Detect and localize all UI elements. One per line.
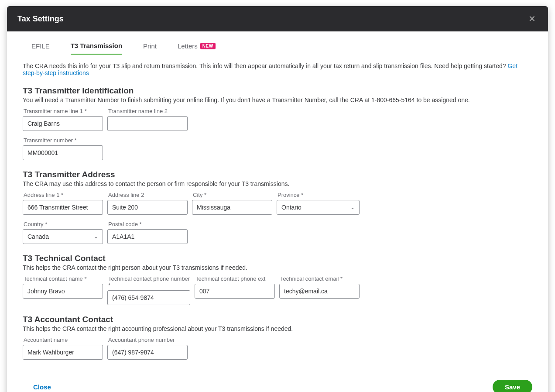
section-subtext: This helps the CRA contact the right acc… <box>23 325 532 332</box>
input-transmitter-name-2[interactable] <box>107 116 188 131</box>
section-title: T3 Transmitter Address <box>23 170 532 179</box>
input-address-line-1[interactable] <box>23 200 103 215</box>
input-city[interactable] <box>192 200 272 215</box>
label-acct-name: Accountant name <box>23 337 103 343</box>
select-province[interactable]: Ontario ⌄ <box>277 200 360 215</box>
tax-settings-modal: Tax Settings ✕ EFILE T3 Transmission Pri… <box>7 6 548 392</box>
label-tech-ext: Technical contact phone ext <box>195 275 275 282</box>
tabs: EFILE T3 Transmission Print Letters NEW <box>23 38 532 55</box>
input-acct-name[interactable] <box>23 345 103 360</box>
label-address-line-1: Address line 1 * <box>23 192 103 198</box>
tab-print[interactable]: Print <box>143 38 157 55</box>
intro-text: The CRA needs this info for your T3 slip… <box>23 62 532 76</box>
field-address-line-1: Address line 1 * <box>23 192 103 215</box>
section-subtext: This helps the CRA contact the right per… <box>23 264 532 271</box>
save-button[interactable]: Save <box>493 380 532 392</box>
section-transmitter-address: T3 Transmitter Address The CRA may use t… <box>23 170 532 244</box>
section-accountant-contact: T3 Accountant Contact This helps the CRA… <box>23 315 532 360</box>
field-transmitter-name-2: Transmitter name line 2 <box>107 108 188 131</box>
input-transmitter-name-1[interactable] <box>23 116 103 131</box>
modal-header: Tax Settings ✕ <box>7 6 548 31</box>
field-tech-ext: Technical contact phone ext <box>195 275 275 305</box>
tab-letters-label: Letters <box>178 42 198 50</box>
input-transmitter-number[interactable] <box>23 145 103 160</box>
field-country: Country * Canada ⌄ <box>23 221 103 244</box>
label-transmitter-name-1: Transmitter name line 1 * <box>23 108 103 114</box>
close-button[interactable]: Close <box>33 383 51 391</box>
section-title: T3 Accountant Contact <box>23 315 532 324</box>
input-tech-ext[interactable] <box>195 284 275 299</box>
field-transmitter-number: Transmitter number * <box>23 137 103 160</box>
label-province: Province * <box>277 192 360 198</box>
label-acct-phone: Accountant phone number <box>107 337 188 343</box>
section-technical-contact: T3 Technical Contact This helps the CRA … <box>23 254 532 305</box>
input-postal-code[interactable] <box>107 229 188 244</box>
modal-footer: Close Save <box>7 369 548 392</box>
tab-t3-transmission[interactable]: T3 Transmission <box>71 38 122 55</box>
input-tech-email[interactable] <box>279 284 360 299</box>
input-acct-phone[interactable] <box>107 345 188 360</box>
field-tech-name: Technical contact name * <box>23 275 103 305</box>
close-icon[interactable]: ✕ <box>527 13 538 25</box>
label-transmitter-name-2: Transmitter name line 2 <box>107 108 188 114</box>
label-tech-name: Technical contact name * <box>23 275 103 282</box>
select-province-value: Ontario <box>281 204 301 211</box>
label-tech-email: Technical contact email * <box>279 275 360 282</box>
input-tech-phone[interactable] <box>107 290 190 305</box>
section-subtext: The CRA may use this address to contact … <box>23 180 532 187</box>
label-tech-phone: Technical contact phone number * <box>107 275 190 289</box>
select-country[interactable]: Canada ⌄ <box>23 229 103 244</box>
section-title: T3 Transmitter Identification <box>23 86 532 96</box>
section-title: T3 Technical Contact <box>23 254 532 263</box>
input-address-line-2[interactable] <box>107 200 188 215</box>
section-transmitter-id: T3 Transmitter Identification You will n… <box>23 86 532 160</box>
chevron-down-icon: ⌄ <box>94 234 98 240</box>
label-address-line-2: Address line 2 <box>107 192 188 198</box>
section-subtext: You will need a Transmitter Number to fi… <box>23 96 532 103</box>
field-acct-phone: Accountant phone number <box>107 337 188 360</box>
field-postal-code: Postal code * <box>107 221 188 244</box>
new-badge: NEW <box>200 43 216 49</box>
field-tech-phone: Technical contact phone number * <box>107 275 190 305</box>
label-postal-code: Postal code * <box>107 221 188 227</box>
field-address-line-2: Address line 2 <box>107 192 188 215</box>
field-tech-email: Technical contact email * <box>279 275 360 305</box>
intro-body: The CRA needs this info for your T3 slip… <box>23 62 506 69</box>
field-city: City * <box>192 192 272 215</box>
label-transmitter-number: Transmitter number * <box>23 137 103 144</box>
select-country-value: Canada <box>27 233 49 240</box>
modal-title: Tax Settings <box>17 14 64 24</box>
chevron-down-icon: ⌄ <box>350 204 355 210</box>
tab-letters[interactable]: Letters NEW <box>178 38 216 55</box>
tab-efile[interactable]: EFILE <box>31 38 50 55</box>
field-acct-name: Accountant name <box>23 337 103 360</box>
field-province: Province * Ontario ⌄ <box>277 192 360 215</box>
label-country: Country * <box>23 221 103 227</box>
field-transmitter-name-1: Transmitter name line 1 * <box>23 108 103 131</box>
input-tech-name[interactable] <box>23 284 103 299</box>
modal-body: EFILE T3 Transmission Print Letters NEW … <box>7 31 548 360</box>
label-city: City * <box>192 192 272 198</box>
